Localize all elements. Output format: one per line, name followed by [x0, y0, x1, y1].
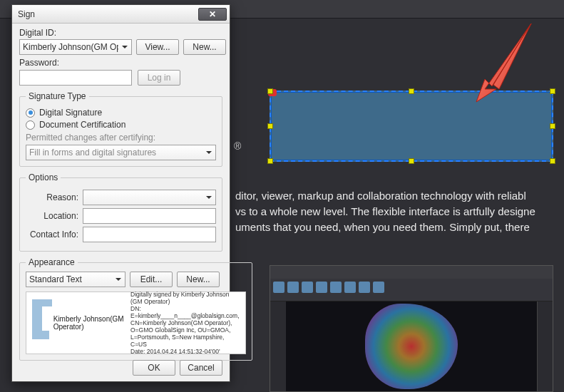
options-group: Options Reason: Location: Contact Info: — [19, 172, 222, 252]
signature-type-group: Signature Type Digital Signature Documen… — [19, 91, 222, 167]
signature-preview-name: Kimberly Johnson(GM Operator) — [53, 315, 125, 331]
contact-info-field[interactable] — [83, 227, 216, 242]
resize-handle-tl[interactable] — [267, 88, 273, 94]
resize-handle-bl[interactable] — [267, 158, 273, 164]
preview-canvas — [286, 301, 537, 391]
preview-ribbon — [270, 279, 553, 301]
sign-dialog: Sign ✕ Digital ID: Kimberly Johnson(GM O… — [11, 4, 230, 382]
location-label: Location: — [26, 211, 78, 221]
login-button[interactable]: Log in — [138, 70, 180, 86]
signature-type-legend: Signature Type — [26, 91, 89, 101]
signature-appearance-preview: Kimberly Johnson(GM Operator) Digitally … — [26, 292, 246, 354]
resize-handle-ml[interactable] — [267, 123, 273, 129]
appearance-edit-button[interactable]: Edit... — [130, 272, 173, 287]
bg-line-3: uments that you need, when you need them… — [235, 220, 564, 235]
reason-label: Reason: — [26, 192, 78, 202]
appearance-legend: Appearance — [26, 257, 78, 267]
permitted-changes-value: Fill in forms and digital signatures — [29, 148, 156, 158]
digital-id-new-button[interactable]: New... — [183, 39, 226, 55]
bg-line-2: vs to a whole new level. The flexible in… — [235, 204, 564, 220]
registered-mark: ® — [234, 140, 241, 152]
resize-handle-mr[interactable] — [550, 123, 555, 129]
contact-info-label: Contact Info: — [26, 229, 78, 239]
cancel-button[interactable]: Cancel — [180, 360, 222, 376]
digital-id-label: Digital ID: — [19, 28, 222, 38]
permitted-changes-combo: Fill in forms and digital signatures — [26, 145, 216, 160]
appearance-group: Appearance Standard Text Edit... New... … — [19, 257, 252, 361]
preview-right-panel — [537, 301, 553, 391]
resize-handle-tm[interactable] — [409, 88, 414, 94]
location-field[interactable] — [83, 208, 216, 224]
view-button[interactable]: View... — [136, 39, 179, 55]
ok-button[interactable]: OK — [133, 360, 175, 376]
password-field[interactable] — [19, 70, 132, 86]
background-text-block: ditor, viewer, markup and collaboration … — [235, 188, 564, 235]
digital-id-value: Kimberly Johnson(GM Operator) — [23, 42, 118, 52]
document-preview-window: vector-2012-catalog — [270, 265, 553, 392]
dialog-title: Sign — [18, 9, 35, 19]
signature-placement-rect[interactable] — [270, 91, 553, 162]
password-label: Password: — [19, 58, 222, 68]
radio-digital-signature-label: Digital Signature — [39, 108, 102, 118]
dialog-titlebar[interactable]: Sign ✕ — [12, 5, 230, 24]
appearance-combo[interactable]: Standard Text — [26, 272, 125, 287]
close-icon: ✕ — [209, 9, 216, 19]
digital-id-combo[interactable]: Kimberly Johnson(GM Operator) — [19, 39, 132, 55]
bg-line-1: ditor, viewer, markup and collaboration … — [235, 188, 564, 204]
radio-document-certification[interactable] — [26, 120, 35, 130]
reason-combo[interactable] — [83, 190, 216, 205]
resize-handle-bm[interactable] — [409, 158, 414, 164]
resize-handle-tr[interactable] — [550, 88, 555, 94]
preview-artwork-icon — [365, 304, 458, 389]
signature-preview-details: Digitally signed by Kimberly Johnson (GM… — [130, 291, 240, 355]
permitted-changes-label: Permitted changes after certifying: — [26, 133, 216, 143]
options-legend: Options — [26, 172, 61, 182]
appearance-new-button[interactable]: New... — [177, 272, 220, 287]
resize-handle-br[interactable] — [550, 158, 555, 164]
preview-titlebar — [270, 266, 553, 279]
signature-glyph-icon — [32, 306, 49, 339]
appearance-value: Standard Text — [29, 274, 82, 284]
preview-left-panel — [270, 301, 286, 391]
radio-document-certification-label: Document Certification — [39, 120, 125, 130]
close-button[interactable]: ✕ — [198, 8, 227, 21]
radio-digital-signature[interactable] — [26, 108, 35, 118]
